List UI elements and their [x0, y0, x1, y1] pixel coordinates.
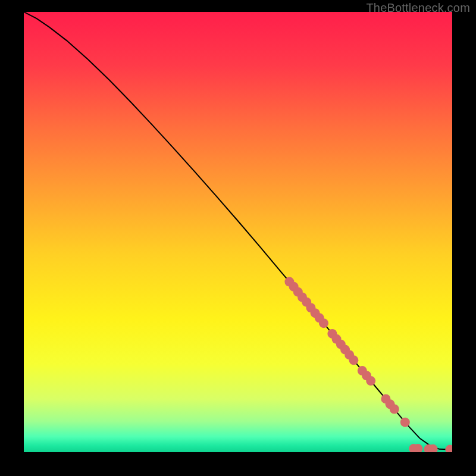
marker-dot [349, 355, 358, 365]
watermark-text: TheBottleneck.com [366, 1, 470, 15]
chart-stage: TheBottleneck.com [0, 0, 476, 476]
marker-dot [366, 376, 375, 386]
marker-dot [390, 404, 399, 414]
plot-svg [24, 12, 452, 452]
plot-background [24, 12, 452, 452]
plot-area [24, 12, 452, 452]
marker-dot [400, 418, 410, 427]
marker-dot [319, 318, 328, 328]
